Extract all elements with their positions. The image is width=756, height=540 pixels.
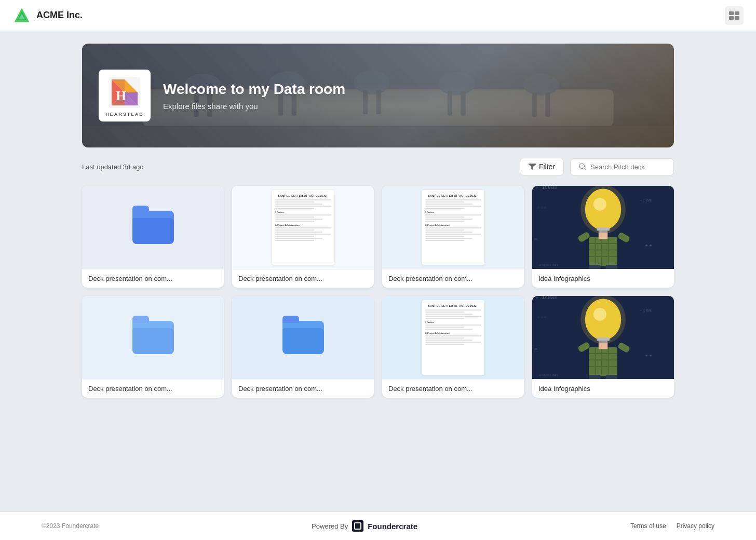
svg-text:✓ notes: ✓ notes [629, 296, 648, 296]
file-card-preview: SAMPLE LETTER OF AGREEMENT I. Parties [382, 186, 524, 269]
footer: ©2023 Foundercrate Powered By Foundercra… [0, 511, 756, 540]
file-card-label: Deck presentation on com... [382, 379, 524, 398]
svg-text:★ ★: ★ ★ [645, 353, 652, 358]
file-card-label: Deck presentation on com... [82, 269, 224, 288]
file-card[interactable]: ⚡ ideas ✓ notes ○ ○ ○ → plan ∞ ★ ★ analy… [532, 186, 674, 288]
svg-rect-5 [729, 16, 734, 20]
last-updated-value: 3d ago [123, 163, 144, 171]
search-box[interactable] [570, 158, 674, 176]
file-card[interactable]: Deck presentation on com... [82, 296, 224, 398]
acme-logo-icon [12, 6, 31, 25]
hearstlab-logo-icon: H [106, 74, 143, 111]
svg-text:∞: ∞ [534, 346, 537, 352]
footer-center: Powered By Foundercrate [312, 520, 417, 532]
svg-rect-73 [597, 338, 610, 341]
svg-rect-84 [599, 343, 608, 349]
file-card-label: Deck presentation on com... [232, 269, 374, 288]
file-card-preview: ⚡ ideas ✓ notes ○ ○ ○ → plan ∞ ★ ★ analy… [532, 296, 674, 379]
powered-by-label: Powered By [312, 522, 348, 530]
doc-mini: SAMPLE LETTER OF AGREEMENT I. Parties [272, 190, 334, 265]
filter-icon [529, 163, 536, 170]
file-card-preview [82, 296, 224, 379]
foundercrate-logo-icon [352, 520, 363, 532]
file-card[interactable]: Deck presentation on com... [232, 296, 374, 398]
svg-rect-56 [605, 265, 617, 269]
file-card-preview [82, 186, 224, 269]
svg-rect-4 [735, 11, 739, 15]
file-card-preview [232, 296, 374, 379]
svg-line-33 [584, 168, 586, 170]
search-icon [579, 163, 586, 170]
svg-rect-75 [589, 347, 617, 376]
infographic-doodles-icon: ⚡ ideas ✓ notes ○ ○ ○ → plan ∞ ★ ★ analy… [532, 296, 674, 379]
svg-text:analytics data: analytics data [538, 373, 558, 376]
svg-rect-46 [597, 227, 610, 231]
hearstlab-label: HEARSTLAB [105, 112, 144, 117]
hero-logo-box: H HEARSTLAB [99, 70, 151, 122]
navbar: ACME Inc. [0, 0, 756, 31]
svg-point-72 [580, 296, 626, 344]
footer-links: Terms of use Privacy policy [630, 522, 714, 530]
svg-rect-55 [589, 265, 600, 269]
file-card-label: Deck presentation on com... [82, 379, 224, 398]
folder-icon [132, 321, 174, 354]
filter-button[interactable]: Filter [520, 158, 564, 176]
svg-text:⚡ ideas: ⚡ ideas [535, 296, 557, 300]
svg-text:→ plan: → plan [639, 308, 651, 313]
svg-point-45 [580, 186, 626, 234]
menu-icon[interactable] [725, 6, 744, 25]
footer-brand-label: Foundercrate [368, 522, 417, 531]
svg-text:→ plan: → plan [639, 198, 651, 203]
svg-text:✓ notes: ✓ notes [629, 186, 648, 186]
hero-content: H HEARSTLAB Welcome to my Data room Expl… [82, 44, 674, 147]
last-updated-text: Last updated 3d ago [82, 163, 144, 171]
svg-rect-57 [599, 233, 608, 239]
folder-icon [132, 211, 174, 244]
folder-icon [282, 321, 324, 354]
svg-rect-82 [589, 375, 600, 379]
last-updated-label: Last updated [82, 163, 121, 171]
file-card[interactable]: ⚡ ideas ✓ notes ○ ○ ○ → plan ∞ ★ ★ analy… [532, 296, 674, 398]
doc-mini: SAMPLE LETTER OF AGREEMENT I. Parties II… [422, 300, 484, 375]
svg-text:analytics data: analytics data [538, 263, 558, 266]
svg-text:⚡ ideas: ⚡ ideas [535, 186, 557, 190]
navbar-brand-label: ACME Inc. [36, 10, 83, 21]
hero-title: Welcome to my Data room [163, 81, 345, 98]
file-card[interactable]: SAMPLE LETTER OF AGREEMENT I. Parties [232, 186, 374, 288]
search-input[interactable] [590, 163, 665, 171]
svg-text:H: H [116, 88, 126, 103]
file-card-label: Deck presentation on com... [232, 379, 374, 398]
file-card-label: Idea Infographics [532, 379, 674, 398]
toolbar-actions: Filter [520, 158, 674, 176]
svg-rect-3 [729, 11, 734, 15]
hero-subtitle: Explore files share with you [163, 102, 345, 111]
navbar-logo: ACME Inc. [12, 6, 83, 25]
svg-text:★ ★: ★ ★ [645, 243, 652, 248]
file-card-preview: SAMPLE LETTER OF AGREEMENT I. Parties II… [382, 296, 524, 379]
file-card[interactable]: SAMPLE LETTER OF AGREEMENT I. Parties [382, 186, 524, 288]
svg-rect-48 [589, 237, 617, 266]
file-card-preview: SAMPLE LETTER OF AGREEMENT I. Parties [232, 186, 374, 269]
hero-banner: H HEARSTLAB Welcome to my Data room Expl… [82, 44, 674, 147]
svg-rect-6 [735, 16, 739, 20]
file-card[interactable]: SAMPLE LETTER OF AGREEMENT I. Parties II… [382, 296, 524, 398]
foundercrate-logo-inner [354, 522, 361, 530]
svg-text:○ ○ ○: ○ ○ ○ [537, 315, 547, 319]
svg-text:∞: ∞ [534, 236, 537, 241]
file-card-label: Idea Infographics [532, 269, 674, 288]
file-card-preview: ⚡ ideas ✓ notes ○ ○ ○ → plan ∞ ★ ★ analy… [532, 186, 674, 269]
svg-text:○ ○ ○: ○ ○ ○ [537, 205, 547, 209]
file-grid: Deck presentation on com... SAMPLE LETTE… [82, 186, 674, 398]
svg-point-32 [579, 164, 585, 169]
hero-text: Welcome to my Data room Explore files sh… [163, 81, 345, 111]
file-card[interactable]: Deck presentation on com... [82, 186, 224, 288]
infographic-doodles-icon: ⚡ ideas ✓ notes ○ ○ ○ → plan ∞ ★ ★ analy… [532, 186, 674, 269]
main-content: H HEARSTLAB Welcome to my Data room Expl… [40, 31, 716, 511]
file-card-label: Deck presentation on com... [382, 269, 524, 288]
terms-link[interactable]: Terms of use [630, 522, 666, 530]
svg-rect-83 [605, 375, 617, 379]
doc-mini: SAMPLE LETTER OF AGREEMENT I. Parties [422, 190, 484, 265]
toolbar-row: Last updated 3d ago Filter [82, 158, 674, 176]
footer-copyright: ©2023 Foundercrate [42, 522, 99, 530]
privacy-link[interactable]: Privacy policy [677, 522, 714, 530]
